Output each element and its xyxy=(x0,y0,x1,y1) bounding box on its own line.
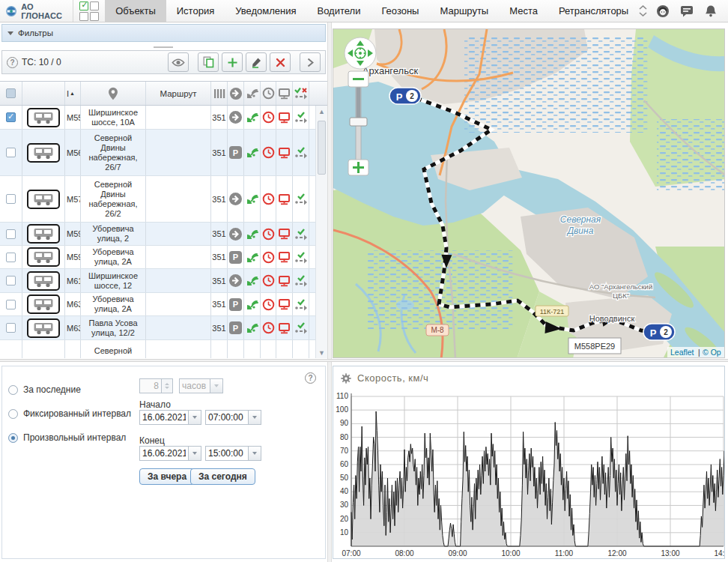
start-time-field[interactable] xyxy=(205,410,261,425)
number-header[interactable] xyxy=(211,82,228,105)
horizontal-splitter[interactable] xyxy=(0,359,728,362)
check-route-header[interactable] xyxy=(293,82,309,105)
row-checkbox[interactable] xyxy=(6,194,16,204)
yesterday-button[interactable]: За вчера xyxy=(139,468,195,485)
chart-settings-gear-icon[interactable] xyxy=(341,373,351,384)
row-checkbox[interactable] xyxy=(6,323,16,333)
panel-collapse-control[interactable] xyxy=(639,0,647,22)
vehicle-plate-label[interactable]: М558РЕ29 xyxy=(568,338,621,354)
row-select-cell[interactable] xyxy=(0,340,22,358)
end-time-field[interactable] xyxy=(205,446,261,461)
tab-5[interactable]: Геозоны xyxy=(371,0,429,22)
table-row[interactable]: Северной xyxy=(0,340,315,358)
row-checkbox[interactable] xyxy=(6,229,16,239)
map-zoom-control[interactable] xyxy=(348,71,368,175)
vehicle-cell[interactable] xyxy=(22,176,65,222)
row-checkbox[interactable] xyxy=(6,112,16,122)
add-button[interactable] xyxy=(222,52,243,72)
leaflet-link[interactable]: Leaflet xyxy=(670,348,694,357)
layout-grid-toggle[interactable] xyxy=(73,0,105,22)
vehicle-button[interactable] xyxy=(27,143,60,163)
vehicle-cell[interactable] xyxy=(22,340,65,358)
visibility-eye-button[interactable] xyxy=(168,52,189,72)
satellite-header[interactable] xyxy=(244,82,261,105)
row-checkbox[interactable] xyxy=(6,300,16,309)
help-icon[interactable]: ? xyxy=(305,372,316,384)
speed-chart[interactable]: 10203040506070809010011007:0008:0009:001… xyxy=(333,387,725,558)
vehicle-cell[interactable] xyxy=(22,223,65,245)
row-select-cell[interactable] xyxy=(0,223,22,245)
vehicle-cell[interactable] xyxy=(22,269,65,292)
table-row[interactable]: М61Ширшинское шоссе, 12351 xyxy=(0,269,315,293)
vehicle-button[interactable] xyxy=(27,294,60,314)
osm-link[interactable]: © Op xyxy=(703,348,721,357)
table-row[interactable]: М63Павла Усова улица, 12/2351P xyxy=(0,316,315,340)
end-date-field[interactable] xyxy=(139,446,201,461)
parking-marker-1[interactable]: P 2 xyxy=(389,88,421,104)
dropdown-arrow-icon[interactable] xyxy=(249,446,261,461)
vehicle-icon-header[interactable] xyxy=(22,82,65,105)
notifications-bell-icon[interactable] xyxy=(704,4,718,18)
dropdown-arrow-icon[interactable] xyxy=(210,378,223,393)
row-select-cell[interactable] xyxy=(0,130,22,175)
row-select-cell[interactable] xyxy=(0,246,22,268)
tab-2[interactable]: История xyxy=(166,0,225,22)
filters-splitter[interactable] xyxy=(0,43,327,50)
spinner-arrows-icon[interactable] xyxy=(162,378,173,393)
parking-marker-2[interactable]: P 2 xyxy=(643,324,675,340)
radio-icon[interactable] xyxy=(8,409,18,419)
vehicle-cell[interactable] xyxy=(22,246,65,268)
vehicle-button[interactable] xyxy=(27,190,60,209)
dropdown-arrow-icon[interactable] xyxy=(249,410,261,425)
vehicle-cell[interactable] xyxy=(22,316,65,339)
map-panel[interactable]: Архангельск Новодвинск Северная Двина АО… xyxy=(333,28,725,358)
option-custom-interval[interactable]: Произвольный интервал xyxy=(8,432,126,443)
name-header[interactable]: I▲ xyxy=(65,82,81,105)
vehicle-button[interactable] xyxy=(27,318,60,338)
tab-6[interactable]: Маршруты xyxy=(429,0,499,22)
splitter-handle[interactable] xyxy=(154,46,173,48)
table-row[interactable]: М63Уборевича улица, 2А351P xyxy=(0,293,315,316)
scrollbar-thumb[interactable] xyxy=(318,121,326,175)
row-select-cell[interactable] xyxy=(0,176,22,222)
dropdown-arrow-icon[interactable] xyxy=(189,410,201,425)
vehicle-cell[interactable] xyxy=(22,130,65,175)
last-unit-select[interactable] xyxy=(179,378,223,393)
radio-icon[interactable] xyxy=(8,433,18,443)
table-row[interactable]: М57Северной Двины набережная, 26/2351 xyxy=(0,176,315,223)
zoom-slider-handle[interactable] xyxy=(350,118,367,126)
vertical-splitter[interactable] xyxy=(327,22,332,562)
row-select-cell[interactable] xyxy=(0,106,22,129)
tab-1[interactable]: Объекты xyxy=(105,0,166,22)
chevron-down-icon[interactable] xyxy=(639,12,647,16)
vehicle-cell[interactable] xyxy=(22,293,65,315)
row-select-cell[interactable] xyxy=(0,293,22,315)
select-all-header[interactable] xyxy=(0,82,22,105)
table-scrollbar[interactable]: ▲ ▼ xyxy=(315,106,327,358)
last-hours-spinner[interactable] xyxy=(139,378,173,393)
location-header[interactable] xyxy=(81,82,146,105)
route-header[interactable]: Маршрут xyxy=(146,82,211,105)
option-last-period[interactable]: За последние xyxy=(8,384,81,395)
chevron-up-icon[interactable] xyxy=(639,5,647,10)
tab-8[interactable]: Ретрансляторы xyxy=(548,0,639,22)
copy-button[interactable] xyxy=(198,52,219,72)
direction-header[interactable] xyxy=(228,82,244,105)
start-date-field[interactable] xyxy=(139,410,201,425)
tab-4[interactable]: Водители xyxy=(306,0,371,22)
select-all-checkbox[interactable] xyxy=(6,88,16,98)
map-canvas[interactable]: Архангельск Новодвинск Северная Двина АО… xyxy=(333,29,725,358)
row-select-cell[interactable] xyxy=(0,316,22,339)
layout-cell-icon[interactable] xyxy=(90,1,99,10)
row-checkbox[interactable] xyxy=(6,276,16,285)
expand-right-button[interactable] xyxy=(300,52,321,72)
delete-button[interactable] xyxy=(270,52,291,72)
filters-header[interactable]: Фильтры xyxy=(1,24,326,42)
table-row[interactable]: М55Ширшинское шоссе, 10А351 xyxy=(0,106,315,130)
scroll-up-button[interactable]: ▲ xyxy=(316,106,327,117)
assistant-icon[interactable] xyxy=(656,4,670,18)
vehicle-button[interactable] xyxy=(27,108,60,127)
edit-button[interactable] xyxy=(246,52,267,72)
clock-header[interactable] xyxy=(261,82,276,105)
row-checkbox[interactable] xyxy=(6,253,16,262)
